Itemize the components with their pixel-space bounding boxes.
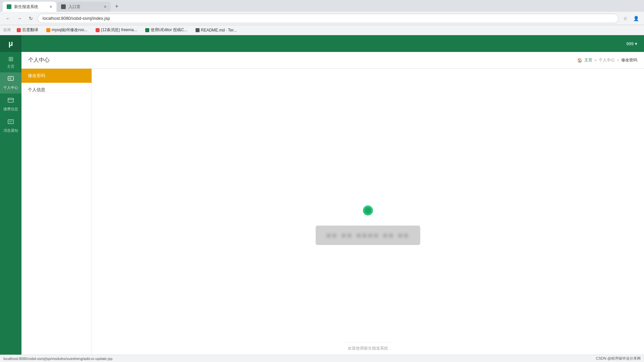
browser-tab-1[interactable]: 新生报道系统 ✕ [3, 2, 56, 12]
svg-rect-5 [8, 120, 13, 124]
refresh-button[interactable]: ↻ [26, 14, 36, 23]
tab2-title: 入口页 [68, 4, 80, 10]
loading-area: ●● ●● ●●●● ●● ●● [316, 205, 420, 245]
nav-item-notice[interactable]: 消息通知 [0, 115, 21, 136]
breadcrumb-home-icon: 🏠 [577, 58, 582, 63]
logo-icon: μ [8, 39, 13, 48]
bookmark-baidu-label: 百度翻译 [22, 27, 38, 33]
content-body: 修改密码 个人信息 ●● ●● ●●●● ●● ●● [21, 69, 644, 355]
page-header: 个人中心 🏠 主页 > 个人中心 > 修改密码 [21, 52, 644, 69]
bookmark-ueditor-label: 使用UEditor 投稿C... [151, 27, 187, 33]
footer-text: 欢迎使用新生报道系统 [344, 342, 391, 354]
breadcrumb: 🏠 主页 > 个人中心 > 修改密码 [577, 57, 637, 63]
page-title: 个人中心 [28, 57, 50, 64]
breadcrumb-middle[interactable]: 个人中心 [599, 57, 615, 63]
user-count: 999 [626, 41, 634, 46]
toolbar-right: ☆ 👤 [621, 14, 641, 23]
app-logo: μ [0, 35, 21, 52]
bookmark-readme-favicon [196, 28, 200, 32]
bookmark-ueditor[interactable]: 使用UEditor 投稿C... [143, 26, 190, 34]
tab1-close[interactable]: ✕ [49, 5, 52, 9]
left-menu: 修改密码 个人信息 [21, 69, 92, 355]
browser-tab-2[interactable]: 入口页 ✕ [57, 2, 111, 12]
bookmark-star-button[interactable]: ☆ [621, 14, 630, 23]
bookmark-mysql-label: mysql如何修改roo... [52, 27, 88, 33]
bookmark-readme-label: README.md · Ter... [201, 28, 237, 33]
left-nav: μ ⊞ 主页 个人中心 [0, 35, 21, 355]
nav-notice-label: 消息通知 [3, 128, 18, 133]
status-bar: localhost:8080/xsbd-ssmj/jsp/modules/xue… [0, 355, 644, 362]
bookmark-mysql-favicon [46, 28, 50, 32]
dropdown-arrow: ▾ [635, 41, 637, 46]
app-container: μ ⊞ 主页 个人中心 [0, 35, 644, 355]
profile-button[interactable]: 👤 [631, 14, 641, 23]
address-bar[interactable]: localhost:8080/xsbd-ssmj/index.jsp [38, 14, 619, 23]
back-button[interactable]: ← [3, 14, 13, 23]
browser-titlebar: 新生报道系统 ✕ 入口页 ✕ + [0, 0, 644, 12]
browser-toolbar: ← → ↻ localhost:8080/xsbd-ssmj/index.jsp… [0, 12, 644, 25]
nav-personal-label: 个人中心 [3, 85, 18, 90]
nav-item-home[interactable]: ⊞ 主页 [0, 52, 21, 72]
personal-icon [7, 76, 14, 84]
main-content: ●● ●● ●●●● ●● ●● 欢迎使用新生报道系统 [92, 69, 644, 355]
address-text: localhost:8080/xsbd-ssmj/index.jsp [43, 16, 110, 21]
menu-item-change-password[interactable]: 修改密码 [21, 69, 92, 83]
status-right: CSDN @程序猿毕业分享网 [596, 356, 641, 361]
bookmark-freema[interactable]: (12条消息) freema... [94, 26, 139, 34]
main-footer: 欢迎使用新生报道系统 [92, 346, 644, 351]
browser-window: 新生报道系统 ✕ 入口页 ✕ + ← → ↻ localhost:8080/xs… [0, 0, 644, 362]
menu-item-personal-info[interactable]: 个人信息 [21, 83, 92, 97]
bookmark-readme[interactable]: README.md · Ter... [194, 27, 239, 33]
notice-icon [7, 118, 14, 127]
nav-service-label: 缴费信息 [3, 107, 18, 112]
breadcrumb-sep2: > [617, 58, 619, 63]
svg-rect-3 [8, 98, 13, 102]
bookmarks-bar: 应用 百度翻译 mysql如何修改roo... (12条消息) freema..… [0, 25, 644, 35]
nav-home-label: 主页 [7, 64, 14, 69]
nav-item-service[interactable]: 缴费信息 [0, 94, 21, 115]
bookmark-ueditor-favicon [145, 28, 149, 32]
bookmark-baidu-favicon [17, 28, 21, 32]
blurred-text: ●● ●● ●●●● ●● ●● [326, 231, 410, 240]
main-area: 999 ▾ 个人中心 🏠 主页 > 个人中心 > 修改密码 [21, 35, 644, 355]
bookmark-baidu[interactable]: 百度翻译 [15, 26, 40, 34]
top-header: 999 ▾ [21, 35, 644, 52]
bookmark-freema-favicon [96, 28, 100, 32]
tab1-favicon [7, 4, 11, 9]
home-icon: ⊞ [8, 55, 13, 63]
new-tab-button[interactable]: + [112, 2, 121, 11]
breadcrumb-sep1: > [594, 58, 597, 63]
forward-button[interactable]: → [15, 14, 24, 23]
breadcrumb-home[interactable]: 主页 [584, 57, 592, 63]
bookmark-mysql[interactable]: mysql如何修改roo... [44, 26, 90, 34]
menu-change-password-label: 修改密码 [28, 73, 45, 78]
breadcrumb-current: 修改密码 [621, 57, 637, 63]
tab1-title: 新生报道系统 [14, 4, 38, 10]
service-icon [7, 97, 14, 105]
menu-personal-info-label: 个人信息 [28, 87, 45, 92]
tab2-favicon [61, 4, 66, 9]
user-menu[interactable]: 999 ▾ [626, 41, 637, 46]
blurred-content-area: ●● ●● ●●●● ●● ●● [316, 226, 420, 245]
spinner-inner [365, 207, 371, 214]
apps-label: 应用 [3, 27, 11, 33]
nav-item-personal[interactable]: 个人中心 [0, 72, 21, 94]
tab2-close[interactable]: ✕ [104, 5, 107, 9]
status-url: localhost:8080/xsbd-ssmj/jsp/modules/xue… [3, 357, 112, 361]
bookmark-freema-label: (12条消息) freema... [101, 27, 137, 33]
loading-spinner [363, 205, 373, 216]
